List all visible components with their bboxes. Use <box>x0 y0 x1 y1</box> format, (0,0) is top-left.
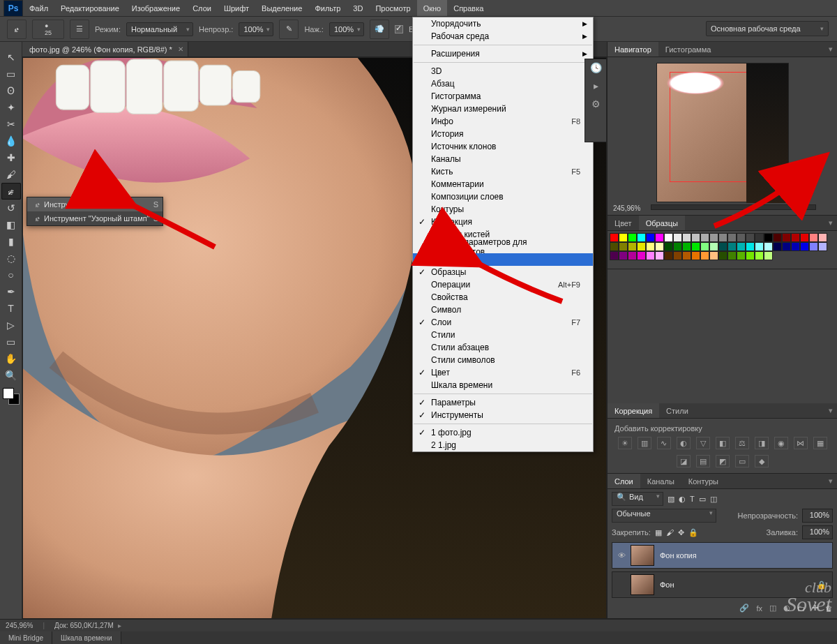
menu-просмотр[interactable]: Просмотр <box>369 0 416 16</box>
swatches-grid[interactable] <box>608 231 837 269</box>
tab-timeline[interactable]: Шкала времени <box>52 631 121 644</box>
swatch[interactable] <box>637 251 646 260</box>
swatch[interactable] <box>682 233 691 242</box>
fill-value[interactable]: 100% <box>802 525 833 539</box>
swatch[interactable] <box>718 233 727 242</box>
swatch[interactable] <box>709 251 718 260</box>
lock-all-icon[interactable]: 🔒 <box>688 528 698 537</box>
menu-окно[interactable]: Окно <box>417 0 448 16</box>
tab-layers[interactable]: Слои <box>608 474 640 488</box>
crop-tool-icon[interactable]: ✂ <box>1 116 21 133</box>
hand-tool-icon[interactable]: ✋ <box>1 350 21 367</box>
navigator-body[interactable]: 245,96% <box>608 57 837 215</box>
swatch[interactable] <box>700 233 709 242</box>
menu-item[interactable]: Каналы <box>413 153 593 165</box>
menu-item[interactable]: Наборы параметров для инструментов <box>413 241 593 253</box>
tab-navigator[interactable]: Навигатор <box>608 42 658 57</box>
gradient-tool-icon[interactable]: ▮ <box>1 233 21 250</box>
menu-шрифт[interactable]: Шрифт <box>218 0 255 16</box>
blur-tool-icon[interactable]: ◌ <box>1 250 21 267</box>
layer-row[interactable]: Фон 🔒 <box>612 571 833 598</box>
menu-item[interactable]: ✓Инструменты <box>413 409 593 421</box>
menu-справка[interactable]: Справка <box>447 0 490 16</box>
swatch[interactable] <box>818 242 827 251</box>
vibrance-icon[interactable]: ▽ <box>696 437 710 449</box>
menu-item[interactable]: ✓Навигатор <box>413 253 593 266</box>
swatch[interactable] <box>791 233 800 242</box>
swatch[interactable] <box>737 242 746 251</box>
menu-item[interactable]: Комментарии <box>413 178 593 190</box>
filter-adjust-icon[interactable]: ◐ <box>679 495 686 504</box>
lock-pixels-icon[interactable]: 🖌 <box>666 528 674 537</box>
brightness-icon[interactable]: ☀ <box>618 437 632 449</box>
swatch[interactable] <box>764 242 773 251</box>
color-swatch[interactable] <box>1 387 21 406</box>
swatch[interactable] <box>610 251 619 260</box>
clone-stamp-tool-icon[interactable]: ⸙ <box>1 183 21 200</box>
panel-menu-icon[interactable]: ▾ <box>829 45 833 54</box>
menu-выделение[interactable]: Выделение <box>255 0 308 16</box>
menu-item[interactable]: ИнфоF8 <box>413 115 593 128</box>
delete-layer-icon[interactable]: 🗑 <box>825 604 833 613</box>
tab-mini-bridge[interactable]: Mini Bridge <box>0 631 52 644</box>
menu-item[interactable]: Контуры <box>413 203 593 216</box>
menu-item[interactable]: ОперацииAlt+F9 <box>413 278 593 291</box>
new-adjust-icon[interactable]: ◐ <box>783 604 790 613</box>
menu-слои[interactable]: Слои <box>186 0 218 16</box>
new-group-icon[interactable]: 🗀 <box>797 604 805 613</box>
swatch[interactable] <box>809 242 818 251</box>
curves-icon[interactable]: ∿ <box>657 437 671 449</box>
navigator-thumbnail[interactable] <box>656 63 789 202</box>
pressure-opacity-icon[interactable]: ✎ <box>279 20 299 39</box>
swatch[interactable] <box>718 242 727 251</box>
brush-tool-icon[interactable]: 🖌 <box>1 166 21 183</box>
blend-mode-dropdown[interactable]: Обычные <box>612 509 716 523</box>
gradient-map-icon[interactable]: ▭ <box>735 455 749 467</box>
swatch[interactable] <box>709 233 718 242</box>
menu-item[interactable]: ✓ЦветF6 <box>413 366 593 379</box>
menu-item[interactable]: Стили абзацев <box>413 341 593 354</box>
swatch[interactable] <box>673 233 682 242</box>
photo-filter-icon[interactable]: ◉ <box>774 437 788 449</box>
menu-item[interactable]: Абзац <box>413 77 593 90</box>
workspace-dropdown[interactable]: Основная рабочая среда <box>706 21 829 36</box>
swatch[interactable] <box>709 242 718 251</box>
swatch[interactable] <box>755 242 764 251</box>
swatch[interactable] <box>619 251 628 260</box>
lock-trans-icon[interactable]: ▦ <box>655 528 662 537</box>
swatch[interactable] <box>818 233 827 242</box>
swatch[interactable] <box>737 233 746 242</box>
menu-item[interactable]: ✓СлоиF7 <box>413 316 593 329</box>
shape-tool-icon[interactable]: ▭ <box>1 334 21 350</box>
swatch[interactable] <box>782 242 791 251</box>
zoom-tool-icon[interactable]: 🔍 <box>1 367 21 384</box>
menu-изображение[interactable]: Изображение <box>126 0 186 16</box>
navigator-slider[interactable] <box>651 204 816 210</box>
tab-histogram[interactable]: Гистограмма <box>658 42 718 57</box>
swatch[interactable] <box>637 233 646 242</box>
filter-smart-icon[interactable]: ◫ <box>710 495 717 504</box>
tab-styles[interactable]: Стили <box>659 403 695 418</box>
invert-icon[interactable]: ◪ <box>677 455 691 467</box>
swatch[interactable] <box>628 251 637 260</box>
menu-item[interactable]: Стили символов <box>413 354 593 366</box>
swatch[interactable] <box>664 233 673 242</box>
mask-icon[interactable]: ◫ <box>769 604 776 613</box>
menu-item[interactable]: Композиции слоев <box>413 190 593 203</box>
path-select-tool-icon[interactable]: ▷ <box>1 317 21 334</box>
swatch[interactable] <box>628 242 637 251</box>
swatch[interactable] <box>691 233 700 242</box>
layer-filter-dropdown[interactable]: 🔍Вид <box>612 492 663 506</box>
balance-icon[interactable]: ⚖ <box>735 437 749 449</box>
menu-item[interactable]: Упорядочить▶ <box>413 17 593 30</box>
lasso-tool-icon[interactable]: ʘ <box>1 82 21 99</box>
history-brush-tool-icon[interactable]: ↺ <box>1 200 21 216</box>
flyout-item[interactable]: ⸙Инструмент "Узорный штамп"S <box>27 211 163 225</box>
menu-item[interactable]: 3D <box>413 65 593 77</box>
swatch[interactable] <box>646 233 655 242</box>
menu-item[interactable]: Свойства <box>413 291 593 304</box>
opacity-dropdown[interactable]: 100% <box>239 22 273 36</box>
swatch[interactable] <box>773 242 782 251</box>
panel-menu-icon[interactable]: ▾ <box>829 218 833 227</box>
swatch[interactable] <box>800 242 809 251</box>
